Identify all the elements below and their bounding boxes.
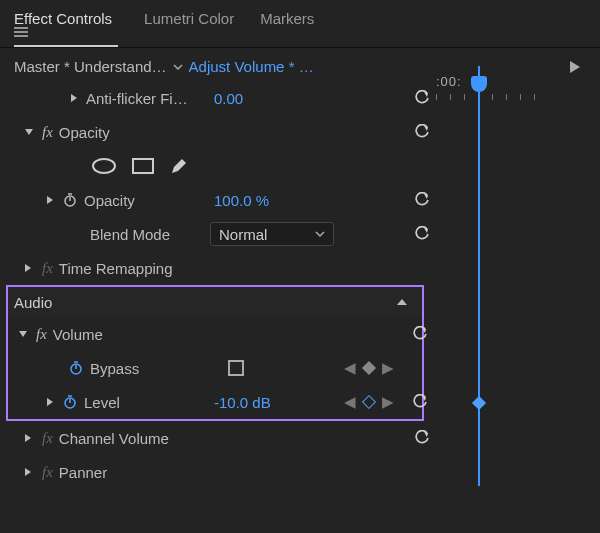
select-value: Normal [219, 226, 267, 243]
property-opacity: Opacity 100.0 % [0, 183, 600, 217]
twirl-closed-icon[interactable] [24, 263, 40, 273]
effect-label: Volume [53, 326, 103, 343]
add-keyframe-icon[interactable] [362, 395, 376, 409]
collapse-up-icon[interactable] [396, 297, 408, 307]
property-label: Opacity [84, 192, 135, 209]
play-icon[interactable] [570, 61, 580, 73]
twirl-open-icon[interactable] [18, 330, 34, 338]
effect-channel-volume: fx Channel Volume [0, 421, 600, 455]
property-label: Anti-flicker Fi… [86, 90, 188, 107]
ellipse-mask-icon[interactable] [92, 158, 116, 174]
property-blend-mode: Blend Mode Normal [0, 217, 600, 251]
bypass-checkbox[interactable] [228, 360, 244, 376]
sequence-clip-name[interactable]: Adjust Volume * … [189, 58, 314, 75]
effect-controls-panel: Anti-flicker Fi… 0.00 fx Opacity [0, 81, 600, 489]
twirl-closed-icon[interactable] [46, 195, 62, 205]
prev-keyframe-icon[interactable]: ◀ [344, 359, 356, 377]
effect-label: Channel Volume [59, 430, 169, 447]
effect-panner: fx Panner [0, 455, 600, 489]
fx-icon[interactable]: fx [42, 260, 53, 277]
property-label: Bypass [90, 360, 139, 377]
effect-opacity: fx Opacity [0, 115, 600, 149]
stopwatch-icon[interactable] [68, 360, 84, 376]
property-bypass: Bypass ◀ ▶ [8, 351, 422, 385]
chevron-down-icon [315, 230, 325, 238]
prev-keyframe-icon[interactable]: ◀ [344, 393, 356, 411]
master-clip-name[interactable]: Master * Understand… [14, 58, 167, 75]
effect-label: Time Remapping [59, 260, 173, 277]
tab-label: Markers [260, 10, 314, 27]
tab-label: Effect Controls [14, 10, 112, 27]
section-label: Audio [14, 294, 52, 311]
fx-icon[interactable]: fx [36, 326, 47, 343]
reset-icon[interactable] [414, 192, 430, 208]
effect-label: Opacity [59, 124, 110, 141]
audio-section-header: Audio [8, 287, 422, 317]
fx-icon[interactable]: fx [42, 464, 53, 481]
tab-label: Lumetri Color [144, 10, 234, 27]
stopwatch-icon[interactable] [62, 192, 78, 208]
reset-icon[interactable] [414, 124, 430, 140]
effect-time-remapping: fx Time Remapping [0, 251, 600, 285]
audio-highlight-box: Audio fx Volume Bypass ◀ [6, 285, 424, 421]
mask-tools [0, 149, 600, 183]
twirl-closed-icon[interactable] [24, 433, 40, 443]
tab-effect-controls[interactable]: Effect Controls [14, 10, 118, 47]
next-keyframe-icon[interactable]: ▶ [382, 393, 394, 411]
twirl-open-icon[interactable] [24, 128, 40, 136]
rectangle-mask-icon[interactable] [132, 158, 154, 174]
reset-icon[interactable] [414, 226, 430, 242]
blend-mode-select[interactable]: Normal [210, 222, 334, 246]
reset-icon[interactable] [412, 394, 428, 410]
keyframe-nav: ◀ ▶ [344, 393, 394, 411]
twirl-closed-icon[interactable] [24, 467, 40, 477]
pen-mask-icon[interactable] [170, 157, 188, 175]
effect-volume: fx Volume [8, 317, 422, 351]
twirl-closed-icon[interactable] [70, 93, 86, 103]
fx-icon[interactable]: fx [42, 430, 53, 447]
property-label: Level [84, 394, 120, 411]
property-label: Blend Mode [90, 226, 170, 243]
tab-lumetri-color[interactable]: Lumetri Color [144, 10, 234, 47]
reset-icon[interactable] [412, 326, 428, 342]
panel-tabs: Effect Controls Lumetri Color Markers [0, 0, 600, 47]
add-keyframe-icon[interactable] [362, 361, 376, 375]
stopwatch-icon[interactable] [62, 394, 78, 410]
panel-menu-icon[interactable] [14, 27, 118, 37]
keyframe-nav: ◀ ▶ [344, 359, 394, 377]
property-value[interactable]: 100.0 % [214, 192, 269, 209]
next-keyframe-icon[interactable]: ▶ [382, 359, 394, 377]
property-level: Level -10.0 dB ◀ ▶ [8, 385, 422, 419]
effect-label: Panner [59, 464, 107, 481]
reset-icon[interactable] [414, 90, 430, 106]
twirl-closed-icon[interactable] [46, 397, 62, 407]
chevron-down-icon[interactable] [173, 62, 183, 72]
tab-markers[interactable]: Markers [260, 10, 314, 47]
fx-icon[interactable]: fx [42, 124, 53, 141]
property-anti-flicker: Anti-flicker Fi… 0.00 [0, 81, 600, 115]
property-value[interactable]: -10.0 dB [214, 394, 271, 411]
reset-icon[interactable] [414, 430, 430, 446]
property-value[interactable]: 0.00 [214, 90, 243, 107]
